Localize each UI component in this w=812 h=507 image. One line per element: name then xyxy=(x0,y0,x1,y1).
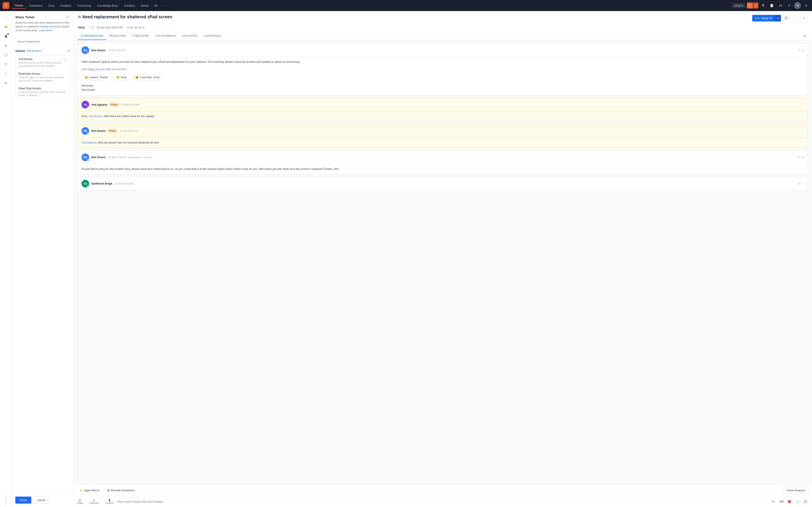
expand-icon[interactable]: ⊡ xyxy=(802,49,804,52)
nav-chat[interactable]: Chat xyxy=(46,3,57,8)
share-btn[interactable]: ↗ xyxy=(801,14,808,22)
nav-community[interactable]: Community xyxy=(75,3,94,8)
sidebar-tickets-icon[interactable]: 🎫 xyxy=(2,22,10,31)
rating-loved[interactable]: 😊Loved it. Thanks xyxy=(82,74,111,80)
nav-channels[interactable]: 📡 Channels xyxy=(89,499,98,504)
sidebar-history-icon[interactable]: 🕐 xyxy=(2,51,10,59)
tab-approvals[interactable]: 2 APPROVALS xyxy=(201,32,224,40)
tab-attachments[interactable]: 3 ATTACHMENTS xyxy=(152,32,179,40)
message-actions: ✏ ⊡ xyxy=(798,49,804,52)
translate-icon[interactable]: ZA xyxy=(770,499,776,505)
keyboard-icon[interactable]: ⌨ xyxy=(778,499,784,505)
grid-icon[interactable]: ⊞ xyxy=(803,2,809,9)
nav-more[interactable]: ··· xyxy=(161,3,168,8)
tab-resolution[interactable]: RESOLUTION xyxy=(106,32,129,40)
bad-label: It was Bad. Sorry! xyxy=(140,76,160,79)
avatar: DE xyxy=(82,154,89,161)
nav-chats[interactable]: 💬 Chats xyxy=(77,499,83,504)
full-access-option[interactable]: Full Access Allows full access to the Ti… xyxy=(15,55,70,70)
mention-link[interactable]: Yod Agbaria xyxy=(82,141,96,144)
nav-knowledge-base[interactable]: Knowledge Base xyxy=(95,3,121,8)
avatar: YA xyxy=(82,101,89,108)
rating-question[interactable]: How happy are you with our service? xyxy=(82,68,127,71)
remove-department-button[interactable]: ✕ xyxy=(67,49,70,53)
macro-icon: ⚡ xyxy=(79,489,83,492)
rating-bad[interactable]: 😡It was Bad. Sorry! xyxy=(132,74,163,80)
zpad-label: zPad xyxy=(734,4,741,7)
conversation-area: DE Don Evans 03 Apr 10:10 AM ✏ ⊡ Hello S… xyxy=(73,40,812,485)
gamepad-icon[interactable]: 🎮 xyxy=(777,2,784,9)
apply-macro-btn[interactable]: ⚡ Apply Macro xyxy=(77,488,101,493)
refresh-icon[interactable]: ↺ xyxy=(143,26,145,29)
timer-value: 00 : 00 : 03 xyxy=(130,26,142,29)
search-icon[interactable]: 🔍 xyxy=(760,2,767,9)
clock-icon[interactable]: 🕐 xyxy=(795,499,801,505)
logo: Z xyxy=(3,2,9,9)
reply-all-button[interactable]: ↩↩ Reply All ▾ xyxy=(752,15,781,21)
top-navigation: Z Tickets Customers Chat Analytics Commu… xyxy=(0,0,812,11)
mention-link[interactable]: Don Evans. xyxy=(89,115,103,118)
tabs-more[interactable]: ≡ xyxy=(802,32,808,40)
share-button[interactable]: Share xyxy=(15,497,31,504)
sidebar-contacts-icon[interactable]: 👤 xyxy=(2,32,10,40)
read-only-access-option[interactable]: Read Only Access Limits the agents to vi… xyxy=(15,84,70,99)
restricted-access-option[interactable]: Restricted Access Limits the agents to l… xyxy=(15,70,70,84)
department-name: Zylcare Full Access ▾ ✕ xyxy=(15,47,70,54)
sidebar-back[interactable]: ‹ xyxy=(2,13,10,22)
access-dropdown: Full Access Allows full access to the Ti… xyxy=(15,55,70,99)
avatar-text: DE xyxy=(84,129,87,132)
learn-more-link[interactable]: Learn More xyxy=(39,29,52,32)
record-icon[interactable]: 🔴 xyxy=(786,499,793,505)
zpad-button[interactable]: zPad ▾ xyxy=(732,3,745,8)
search-department-input[interactable] xyxy=(15,39,70,45)
edit-icon[interactable]: ✏ xyxy=(798,156,801,159)
contacts-icon: 👤 xyxy=(108,499,111,502)
cancel-button[interactable]: Cancel xyxy=(34,497,49,504)
create-button[interactable]: + xyxy=(747,3,753,8)
rating-okay[interactable]: 😐Okay xyxy=(113,74,130,80)
more-options-btn[interactable]: ··· xyxy=(792,14,799,22)
message-icon-btn[interactable]: 💬 xyxy=(782,14,790,22)
nav-customers[interactable]: Customers xyxy=(27,3,45,8)
status-dot xyxy=(87,133,89,135)
nav-social[interactable]: Social xyxy=(138,3,151,8)
nav-activities[interactable]: Activities xyxy=(121,3,137,8)
edit-icon[interactable]: ✏ xyxy=(798,49,801,52)
sidebar-settings-icon[interactable]: ⚙ xyxy=(2,41,10,50)
pause-icon[interactable]: ⏸ xyxy=(127,26,129,29)
settings-icon[interactable]: ⚙ xyxy=(785,2,793,9)
expand-icon[interactable]: ⊡ xyxy=(798,182,801,185)
message-signature: Sincerely, Don Evans xyxy=(82,83,804,93)
tab-conversation[interactable]: 6 CONVERSATION xyxy=(78,32,106,40)
compose-icon[interactable]: 📝 xyxy=(769,2,775,9)
reply-all-dropdown[interactable]: ▾ xyxy=(775,15,781,21)
smart-chat-input[interactable] xyxy=(114,500,770,503)
nav-contacts[interactable]: 👤 Contacts xyxy=(105,499,113,504)
online-indicator xyxy=(799,7,801,9)
collapse-handle[interactable] xyxy=(5,497,7,505)
comment-icon[interactable]: 💬 xyxy=(803,499,809,505)
sidebar-share-icon[interactable]: ↗ xyxy=(2,69,10,78)
nav-analytics[interactable]: Analytics xyxy=(58,3,74,8)
ticket-date: 30 Mar 2022 09:00 PM xyxy=(97,26,122,29)
chats-label: Chats xyxy=(77,502,83,504)
action-icon[interactable]: ⊡ xyxy=(802,156,804,159)
reply-all-main[interactable]: ↩↩ Reply All xyxy=(752,15,775,21)
tab-activities[interactable]: 4 ACTIVITIES xyxy=(179,32,201,40)
close-request-button[interactable]: Close Request xyxy=(783,487,809,494)
user-avatar[interactable]: JD xyxy=(794,2,801,9)
dept-access-dropdown[interactable]: Full Access ▾ xyxy=(27,50,42,52)
create-dropdown[interactable]: ▾ xyxy=(753,3,758,8)
more-icon[interactable]: ··· xyxy=(802,182,804,185)
tab-time-entry[interactable]: 2 TIME ENTRY xyxy=(129,32,152,40)
remote-assistance-btn[interactable]: 🖥 Remote Assistance xyxy=(105,488,137,493)
sidebar-modules-icon[interactable]: ⊗ xyxy=(2,79,10,87)
sender-name: Don Evans xyxy=(91,49,106,52)
info-icon[interactable]: i xyxy=(65,14,70,19)
department-section: Zylcare Full Access ▾ ✕ Full Access Allo… xyxy=(15,47,70,100)
message-text: Hello Santhosh, glad to inform you that … xyxy=(82,60,804,64)
nav-im[interactable]: IM xyxy=(152,3,160,8)
sidebar-clock-icon[interactable]: ⏱ xyxy=(2,60,10,68)
nav-tickets[interactable]: Tickets xyxy=(12,3,26,9)
online-dot xyxy=(87,159,89,161)
